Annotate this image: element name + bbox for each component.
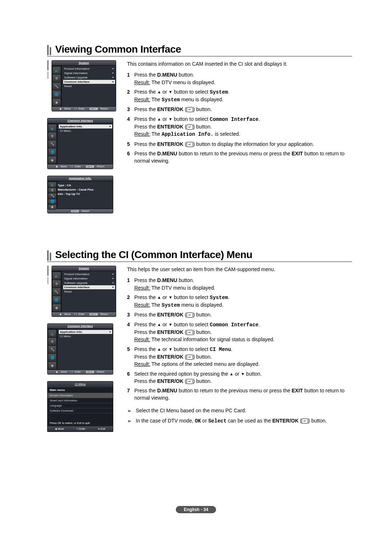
osd-menu-list: Application Info.▸ CI Menu bbox=[57, 329, 113, 369]
down-triangle-icon: ▼ bbox=[168, 347, 172, 351]
system-icon: ◉ bbox=[48, 156, 56, 164]
enter-icon: ↵ bbox=[187, 142, 193, 147]
menu-item: CI Menu bbox=[59, 129, 112, 133]
osd-title: Common Interface bbox=[48, 118, 113, 123]
down-triangle-icon: ▼ bbox=[241, 372, 245, 376]
menu-item: Software Upgrade▸ bbox=[63, 281, 115, 285]
screenshots-column: System 📺 ⚙ 🔧 🌐 ◉ Product Information▸ Si… bbox=[47, 266, 116, 438]
enter-icon: ↵ bbox=[187, 107, 193, 112]
osd-hints: ◆ Move ☐ Enter MENU Return bbox=[52, 106, 116, 111]
osd-icon-strip: 📺 ⚙ 🔧 🌐 ◉ bbox=[48, 329, 57, 369]
gear-icon: ⚙ bbox=[48, 188, 56, 193]
osd-ci-menu: CI Menu Main menu Module Information Sma… bbox=[47, 381, 113, 432]
down-triangle-icon: ▼ bbox=[168, 117, 172, 121]
menu-item: CI Menu bbox=[59, 334, 112, 338]
section-header: Viewing Common Interface bbox=[47, 44, 352, 57]
up-triangle-icon: ▲ bbox=[157, 323, 161, 327]
up-triangle-icon: ▲ bbox=[229, 372, 233, 376]
step-text: Press the ▲ or ▼ button to select Common… bbox=[134, 115, 352, 138]
tv-icon: 📺 bbox=[48, 182, 56, 187]
info-type: Type : CA bbox=[58, 183, 111, 188]
up-triangle-icon: ▲ bbox=[157, 117, 161, 121]
up-triangle-icon: ▲ bbox=[157, 347, 161, 351]
gear-icon: ⚙ bbox=[53, 280, 61, 287]
step-text: Press the ENTER/OK (↵) button to display… bbox=[134, 140, 352, 148]
menu-item: Signal Information▸ bbox=[63, 277, 115, 281]
step-text: Press the ▲ or ▼ button to select System… bbox=[134, 88, 352, 104]
osd-common-interface-menu: Common Interface 📺 ⚙ 🔧 🌐 ◉ Application I… bbox=[47, 118, 113, 169]
tv-icon: 📺 bbox=[53, 67, 61, 74]
osd-title: System bbox=[52, 266, 116, 271]
ci-menu-subtitle: Main menu bbox=[48, 387, 113, 393]
gear-icon: ⚙ bbox=[48, 338, 56, 345]
header-accent-bars bbox=[47, 44, 52, 55]
note: ➢ In the case of DTV mode, OK or Select … bbox=[127, 417, 352, 425]
osd-common-interface-menu: Common Interface 📺 ⚙ 🔧 🌐 ◉ Application I… bbox=[47, 323, 113, 375]
osd-icon-strip: 📺 ⚙ 🔧 🌐 ◉ bbox=[52, 271, 62, 312]
section-viewing-common-interface: Viewing Common Interface System 📺 ⚙ 🔧 🌐 … bbox=[47, 44, 352, 220]
globe-icon: 🌐 bbox=[48, 199, 56, 204]
tool-icon: 🔧 bbox=[48, 346, 56, 353]
steps-list: 1 Press the D.MENU button. Result: The D… bbox=[127, 277, 352, 401]
system-icon: ◉ bbox=[48, 205, 56, 210]
step-text: Press the ENTER/OK (↵) button. bbox=[134, 106, 352, 113]
note: ➢ Select the CI Menu based on the menu P… bbox=[127, 407, 352, 415]
osd-title: Application Info. bbox=[48, 176, 113, 181]
note-arrow-icon: ➢ bbox=[127, 407, 136, 415]
screenshots-column: System 📺 ⚙ 🔧 🌐 ◉ Product Information▸ Si… bbox=[47, 60, 116, 220]
osd-icon-strip: 📺 ⚙ 🔧 🌐 ◉ bbox=[52, 66, 62, 106]
enter-icon: ↵ bbox=[187, 330, 193, 335]
gear-icon: ⚙ bbox=[48, 132, 56, 140]
down-triangle-icon: ▼ bbox=[168, 323, 172, 327]
down-triangle-icon: ▼ bbox=[168, 90, 172, 94]
step-text: Press the ENTER/OK (↵) button. bbox=[134, 311, 352, 318]
ci-menu-item: Software Download bbox=[48, 408, 113, 413]
section-header: Selecting the CI (Common Interface) Menu bbox=[47, 249, 352, 262]
menu-item-selected: Application Info.▸ bbox=[59, 330, 112, 334]
enter-icon: ↵ bbox=[187, 379, 193, 384]
ci-menu-item: Language bbox=[48, 403, 113, 408]
enter-icon: ↵ bbox=[187, 355, 193, 360]
enter-icon: ↵ bbox=[187, 313, 193, 318]
step-text: Press the ▲ or ▼ button to select Common… bbox=[134, 321, 352, 343]
osd-menu-list: Product Information▸ Signal Information▸… bbox=[62, 271, 116, 312]
menu-item: Reset bbox=[63, 290, 115, 294]
osd-hints: ◆ Move ☐ Enter MENU Return bbox=[52, 312, 116, 316]
step-text: Press the D.MENU button to return to the… bbox=[134, 150, 352, 165]
system-icon: ◉ bbox=[53, 99, 61, 106]
ci-menu-item: Module Information bbox=[48, 393, 113, 398]
enter-icon: ↵ bbox=[187, 124, 193, 130]
system-icon: ◉ bbox=[48, 362, 56, 369]
menu-item: Software Upgrade▸ bbox=[63, 75, 115, 79]
section-intro: This contains information on CAM inserte… bbox=[127, 60, 352, 68]
menu-item-selected: Application Info.▸ bbox=[59, 124, 112, 128]
page-footer-badge: English - 34 bbox=[176, 506, 216, 513]
header-accent-bars bbox=[47, 250, 52, 261]
osd-hints: ◆ Move ☐ Enter •⎋ Exit bbox=[48, 426, 113, 432]
section-intro: This helps the user select an item from … bbox=[127, 266, 352, 273]
section-selecting-ci-menu: Selecting the CI (Common Interface) Menu… bbox=[47, 249, 352, 438]
globe-icon: 🌐 bbox=[53, 296, 61, 303]
ci-menu-note: Press OK to select, or Exit to quit. bbox=[48, 418, 113, 426]
step-text: Select the required option by pressing t… bbox=[134, 370, 352, 385]
up-triangle-icon: ▲ bbox=[157, 90, 161, 94]
step-text: Press the ▲ or ▼ button to select System… bbox=[134, 294, 352, 309]
menu-item: Signal Information▸ bbox=[63, 71, 115, 75]
note-arrow-icon: ➢ bbox=[127, 417, 136, 425]
notes-list: ➢ Select the CI Menu based on the menu P… bbox=[127, 407, 352, 425]
menu-item: Product Information▸ bbox=[63, 67, 115, 71]
up-triangle-icon: ▲ bbox=[157, 295, 161, 299]
info-info: Info : Top Up TV bbox=[58, 192, 111, 196]
globe-icon: 🌐 bbox=[48, 148, 56, 156]
step-text: Press the ▲ or ▼ button to select CI Men… bbox=[134, 346, 352, 368]
osd-system-menu: System 📺 ⚙ 🔧 🌐 ◉ Product Information▸ Si… bbox=[52, 266, 116, 317]
steps-list: 1 Press the D.MENU button. Result: The D… bbox=[127, 71, 352, 164]
globe-icon: 🌐 bbox=[53, 91, 61, 98]
tool-icon: 🔧 bbox=[48, 193, 56, 199]
osd-title: Common Interface bbox=[48, 324, 113, 329]
tv-icon: 📺 bbox=[53, 272, 61, 279]
osd-menu-list: Application Info.▸ CI Menu bbox=[57, 123, 113, 164]
osd-menu-list: Product Information▸ Signal Information▸… bbox=[62, 66, 116, 106]
osd-title: CI Menu bbox=[48, 381, 113, 387]
system-icon: ◉ bbox=[53, 304, 61, 311]
